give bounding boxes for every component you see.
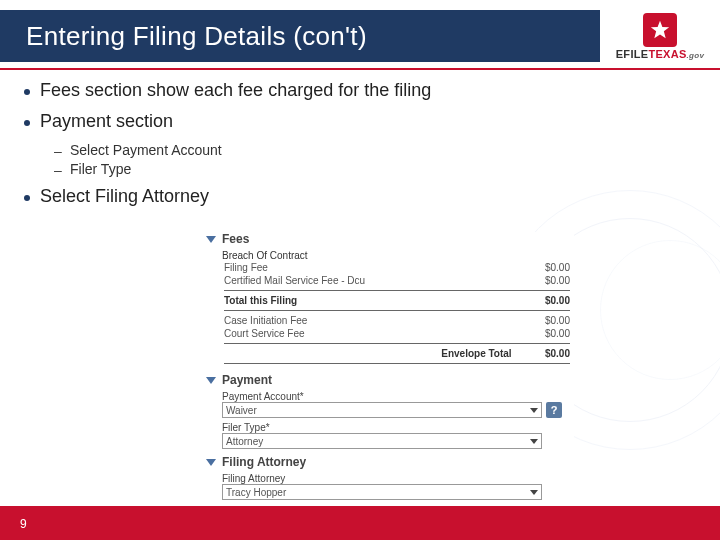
dash-icon: – xyxy=(54,162,64,178)
bullet-dot-icon xyxy=(24,195,30,201)
bullet-text: Select Filing Attorney xyxy=(40,186,209,207)
star-icon xyxy=(643,13,677,47)
fee-label: Envelope Total xyxy=(222,347,514,360)
sub-bullet-list: – Select Payment Account – Filer Type xyxy=(54,142,700,178)
table-row: Case Initiation Fee$0.00 xyxy=(222,314,572,327)
fee-label: Filing Fee xyxy=(222,261,514,274)
caret-down-icon xyxy=(530,439,538,444)
select-value: Waiver xyxy=(226,405,257,416)
fee-amount: $0.00 xyxy=(514,314,572,327)
payment-account-select[interactable]: Waiver xyxy=(222,402,542,418)
sub-bullet-item: – Select Payment Account xyxy=(54,142,700,159)
section-title: Payment xyxy=(222,373,272,387)
slide: Entering Filing Details (con't) EFILETEX… xyxy=(0,0,720,540)
filer-type-select[interactable]: Attorney xyxy=(222,433,542,449)
section-title: Fees xyxy=(222,232,249,246)
table-row: Total this Filing$0.00 xyxy=(222,294,572,307)
table-row: Envelope Total$0.00 xyxy=(222,347,572,360)
fee-label: Case Initiation Fee xyxy=(222,314,514,327)
select-value: Attorney xyxy=(226,436,263,447)
section-header: Payment xyxy=(206,373,574,387)
select-value: Tracy Hopper xyxy=(226,487,286,498)
caret-down-icon xyxy=(530,490,538,495)
brand-text: EFILETEXAS.gov xyxy=(616,49,705,60)
filing-attorney-select[interactable]: Tracy Hopper xyxy=(222,484,542,500)
fee-amount: $0.00 xyxy=(514,274,572,287)
chevron-down-icon xyxy=(206,236,216,243)
dash-icon: – xyxy=(54,143,64,159)
fees-section: Fees Breach Of Contract Filing Fee$0.00 … xyxy=(206,232,574,367)
table-row: Filing Fee$0.00 xyxy=(222,261,572,274)
fee-amount: $0.00 xyxy=(514,327,572,340)
divider xyxy=(224,310,570,311)
fees-table: Filing Fee$0.00 Certified Mail Service F… xyxy=(222,261,572,367)
fee-label: Certified Mail Service Fee - Dcu xyxy=(222,274,514,287)
bullet-item: Payment section xyxy=(20,111,700,132)
brand-suffix: .gov xyxy=(687,51,705,60)
brand-accent: TEXAS xyxy=(648,48,686,60)
brand-logo: EFILETEXAS.gov xyxy=(610,8,710,64)
bullet-item: Fees section show each fee charged for t… xyxy=(20,80,700,101)
fees-subtitle: Breach Of Contract xyxy=(222,250,574,261)
filing-attorney-section: Filing Attorney Filing Attorney Tracy Ho… xyxy=(206,455,574,500)
divider xyxy=(224,290,570,291)
bullet-text: Payment section xyxy=(40,111,173,132)
fee-amount: $0.00 xyxy=(514,347,572,360)
section-header: Fees xyxy=(206,232,574,246)
divider xyxy=(224,363,570,364)
title-bar: Entering Filing Details (con't) xyxy=(0,10,600,62)
fee-amount: $0.00 xyxy=(514,294,572,307)
chevron-down-icon xyxy=(206,459,216,466)
chevron-down-icon xyxy=(206,377,216,384)
decor-circle-icon xyxy=(600,240,720,380)
section-title: Filing Attorney xyxy=(222,455,306,469)
table-row: Court Service Fee$0.00 xyxy=(222,327,572,340)
bullet-dot-icon xyxy=(24,89,30,95)
bullet-list: Fees section show each fee charged for t… xyxy=(20,80,700,217)
divider xyxy=(224,343,570,344)
footer-bar xyxy=(0,506,720,540)
sub-bullet-text: Select Payment Account xyxy=(70,142,222,158)
fee-label: Total this Filing xyxy=(222,294,514,307)
payment-section: Payment Payment Account* Waiver ? Filer … xyxy=(206,373,574,449)
bullet-dot-icon xyxy=(24,120,30,126)
help-icon[interactable]: ? xyxy=(546,402,562,418)
filing-attorney-label: Filing Attorney xyxy=(222,473,574,484)
section-header: Filing Attorney xyxy=(206,455,574,469)
embedded-screenshot: Fees Breach Of Contract Filing Fee$0.00 … xyxy=(206,232,574,494)
page-number: 9 xyxy=(20,517,27,531)
bullet-text: Fees section show each fee charged for t… xyxy=(40,80,431,101)
bullet-item: Select Filing Attorney xyxy=(20,186,700,207)
accent-line xyxy=(0,68,720,70)
payment-account-label: Payment Account* xyxy=(222,391,574,402)
caret-down-icon xyxy=(530,408,538,413)
fee-amount: $0.00 xyxy=(514,261,572,274)
brand-pre: EFILE xyxy=(616,48,649,60)
filer-type-label: Filer Type* xyxy=(222,422,574,433)
sub-bullet-text: Filer Type xyxy=(70,161,131,177)
sub-bullet-item: – Filer Type xyxy=(54,161,700,178)
page-title: Entering Filing Details (con't) xyxy=(0,21,367,52)
fee-label: Court Service Fee xyxy=(222,327,514,340)
svg-marker-0 xyxy=(651,20,669,37)
table-row: Certified Mail Service Fee - Dcu$0.00 xyxy=(222,274,572,287)
